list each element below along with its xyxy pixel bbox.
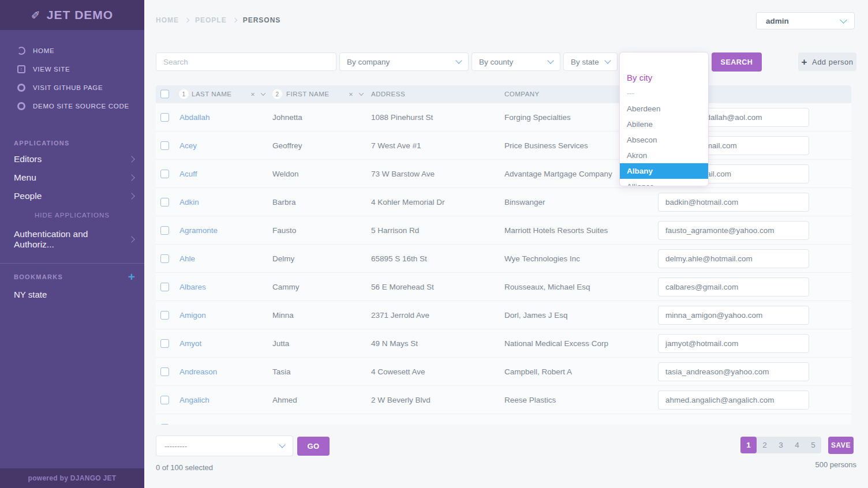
last-name-link[interactable]: Agramonte — [179, 226, 218, 235]
first-name-cell: Jutta — [272, 339, 289, 348]
last-name-link[interactable]: Abdallah — [179, 113, 210, 122]
email-input[interactable] — [658, 334, 809, 353]
sidebar-item-auth[interactable]: Authentication and Authoriz... — [0, 225, 144, 254]
first-name-cell: Weldon — [272, 170, 299, 178]
sidebar-item-label: HOME — [33, 47, 54, 54]
page-button-1[interactable]: 1 — [740, 437, 757, 453]
last-name-link[interactable]: Adkin — [179, 198, 199, 207]
add-bookmark-icon[interactable]: + — [128, 273, 135, 281]
last-name-link[interactable]: Amigon — [179, 311, 206, 320]
column-header-company[interactable]: COMPANY — [504, 91, 540, 97]
table-row: Amigon Minna 2371 Jerrold Ave Dorl, Jame… — [156, 301, 851, 329]
table-row: Abdallah Johnetta 1088 Pinehurst St Forg… — [156, 103, 851, 131]
row-checkbox[interactable] — [160, 396, 169, 404]
external-link-icon: ↑ — [17, 65, 25, 73]
github-icon — [17, 84, 25, 92]
city-option[interactable]: Aberdeen — [620, 101, 708, 117]
row-checkbox[interactable] — [160, 113, 169, 122]
bookmark-item-ny-state[interactable]: NY state — [0, 284, 144, 305]
go-button[interactable]: GO — [297, 437, 330, 456]
city-option[interactable]: Absecon — [620, 132, 708, 148]
page-button-3[interactable]: 3 — [773, 437, 789, 453]
page-button-4[interactable]: 4 — [789, 437, 805, 453]
breadcrumb-home[interactable]: HOME — [156, 16, 179, 24]
save-button[interactable]: SAVE — [828, 437, 854, 454]
filter-by-county[interactable]: By county — [472, 52, 560, 71]
first-name-cell: Barbra — [272, 198, 296, 207]
email-input[interactable] — [658, 193, 809, 212]
city-option-empty[interactable]: --- — [620, 85, 708, 101]
company-cell: Wye Technologies Inc — [504, 254, 580, 263]
sidebar-item-github[interactable]: VISIT GITHUB PAGE — [0, 78, 144, 97]
row-checkbox[interactable] — [160, 141, 169, 150]
email-input[interactable] — [658, 391, 809, 410]
page-button-2[interactable]: 2 — [757, 437, 773, 453]
remove-sort-icon[interactable]: ✕ — [349, 91, 353, 97]
last-name-link[interactable]: Acuff — [179, 170, 197, 178]
column-header-first-name[interactable]: FIRST NAME — [286, 91, 329, 97]
sidebar: ✐ JET DEMO HOME ↑ VIEW SITE VISIT GITHUB… — [0, 0, 144, 488]
last-name-link[interactable]: Amyot — [179, 339, 201, 348]
last-name-link[interactable]: Albares — [179, 283, 206, 291]
city-option[interactable]: Abilene — [620, 117, 708, 132]
hide-applications-button[interactable]: HIDE APPLICATIONS — [0, 205, 144, 225]
row-checkbox[interactable] — [160, 198, 169, 207]
company-cell: Advantage Martgage Company — [504, 170, 612, 178]
last-name-link[interactable]: Acey — [179, 141, 197, 150]
city-option-selected[interactable]: Albany — [620, 163, 708, 179]
search-button[interactable]: SEARCH — [712, 52, 762, 72]
refresh-icon — [17, 47, 25, 55]
row-checkbox[interactable] — [160, 254, 169, 263]
email-input[interactable] — [658, 221, 809, 240]
sidebar-item-view-site[interactable]: ↑ VIEW SITE — [0, 60, 144, 78]
remove-sort-icon[interactable]: ✕ — [250, 91, 255, 97]
email-input[interactable] — [658, 249, 809, 268]
company-cell: Reese Plastics — [504, 396, 556, 404]
address-cell: 4 Kohler Memorial Dr — [371, 198, 445, 207]
bookmarks-section-title: BOOKMARKS — [14, 273, 63, 280]
address-cell: 65895 S 16th St — [371, 254, 427, 263]
sidebar-item-editors[interactable]: Editors — [0, 150, 144, 168]
address-cell: 7 West Ave #1 — [371, 141, 421, 150]
action-select-value: --------- — [164, 442, 187, 451]
sidebar-nav: HOME ↑ VIEW SITE VISIT GITHUB PAGE DEMO … — [0, 30, 144, 115]
filter-by-company[interactable]: By company — [339, 52, 469, 71]
filter-by-state[interactable]: By state — [563, 52, 618, 71]
search-input[interactable] — [163, 58, 329, 66]
column-header-address[interactable]: ADDRESS — [371, 91, 405, 97]
row-checkbox[interactable] — [160, 367, 169, 376]
email-input[interactable] — [658, 362, 809, 381]
row-checkbox[interactable] — [160, 283, 169, 291]
sort-direction-icon[interactable] — [261, 91, 265, 96]
sidebar-item-source-code[interactable]: DEMO SITE SOURCE CODE — [0, 97, 144, 115]
city-option[interactable]: Akron — [620, 148, 708, 163]
action-select[interactable]: --------- — [156, 436, 293, 456]
sidebar-item-menu[interactable]: Menu — [0, 168, 144, 187]
row-checkbox[interactable] — [160, 339, 169, 348]
table-row: Ahle Delmy 65895 S 16th St Wye Technolog… — [156, 244, 851, 272]
row-checkbox[interactable] — [160, 424, 169, 425]
user-menu-dropdown[interactable]: admin — [756, 12, 855, 29]
add-person-button[interactable]: + Add person — [798, 52, 856, 71]
city-option[interactable]: Alliance — [620, 179, 708, 186]
sidebar-item-people[interactable]: People — [0, 187, 144, 205]
address-cell: 49 N Mays St — [371, 339, 418, 348]
address-cell: 5 Harrison Rd — [371, 226, 419, 235]
company-cell: Dorl, James J Esq — [504, 311, 568, 320]
select-all-checkbox[interactable] — [160, 90, 169, 99]
email-input[interactable] — [658, 306, 809, 325]
last-name-link[interactable]: Andreason — [179, 367, 217, 376]
row-checkbox[interactable] — [160, 170, 169, 178]
column-header-last-name[interactable]: LAST NAME — [192, 91, 231, 97]
last-name-link[interactable]: Ahle — [179, 254, 195, 263]
sidebar-item-home[interactable]: HOME — [0, 42, 144, 60]
row-checkbox[interactable] — [160, 226, 169, 235]
last-name-link[interactable]: Angalich — [179, 396, 209, 404]
sort-direction-icon[interactable] — [359, 91, 364, 96]
city-filter-dropdown: By city --- Aberdeen Abilene Absecon Akr… — [619, 52, 709, 186]
selection-info: 0 of 100 selected — [156, 463, 213, 472]
breadcrumb-people[interactable]: PEOPLE — [195, 16, 227, 24]
row-checkbox[interactable] — [160, 311, 169, 320]
email-input[interactable] — [658, 277, 809, 296]
page-button-5[interactable]: 5 — [805, 437, 821, 453]
